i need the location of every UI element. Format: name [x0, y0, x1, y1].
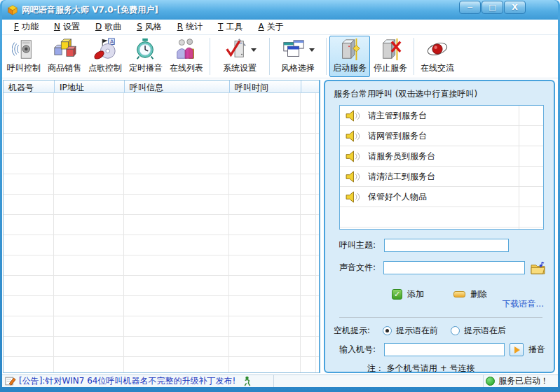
start-service-icon: [338, 38, 362, 62]
song-control-icon: A: [93, 38, 117, 62]
menu-item-songs[interactable]: D歌曲: [88, 20, 129, 34]
dropdown-caret-icon: [251, 48, 257, 52]
speaker-icon: [346, 191, 360, 203]
toolbar-separator: [414, 38, 414, 75]
maximize-button[interactable]: □: [482, 1, 503, 14]
grid-line: [123, 93, 124, 372]
announcement-section[interactable]: [公告]:针对WIN7 64位呼叫机器名不完整的升级补丁发布!: [2, 375, 274, 387]
timed-broadcast-icon: [134, 38, 158, 62]
add-button[interactable]: ✓ 添加: [392, 288, 424, 300]
menu-bar: F功能 N设置 D歌曲 S风格 R统计 T工具 A关于: [2, 20, 558, 35]
product-sales-icon: [53, 38, 76, 62]
machine-number-label: 输入机号:: [339, 344, 384, 356]
service-status-text: 服务已启动！: [498, 375, 549, 387]
call-topic-label: 呼叫主题:: [339, 239, 384, 251]
toolbar-button-song-control[interactable]: A 点歌控制: [85, 36, 125, 77]
style-select-icon: [282, 38, 306, 62]
toolbar-button-system-settings[interactable]: 系统设置: [213, 36, 266, 77]
column-header-ip-address[interactable]: IP地址: [54, 80, 124, 92]
close-button[interactable]: X: [504, 1, 526, 14]
quick-call-empty-row: [340, 207, 543, 227]
radio-selected-icon: [383, 326, 392, 335]
toolbar-button-style-select[interactable]: 风格选择: [273, 36, 323, 77]
toolbar-button-product-sales[interactable]: 商品销售: [44, 36, 85, 77]
quick-call-item[interactable]: 请服务员到服务台: [340, 146, 543, 167]
speaker-icon: [346, 110, 360, 122]
radio-prompt-after[interactable]: 提示语在后: [451, 325, 506, 337]
radio-prompt-before[interactable]: 提示语在前: [383, 325, 438, 337]
grid-line: [315, 93, 316, 372]
quick-call-item[interactable]: 请主管到服务台: [340, 106, 543, 126]
toolbar-separator: [326, 38, 327, 75]
menu-item-statistics[interactable]: R统计: [170, 20, 210, 34]
call-table-body[interactable]: [4, 93, 319, 372]
toolbar-button-start-service[interactable]: 启动服务: [329, 36, 370, 77]
menu-item-style[interactable]: S风格: [129, 20, 170, 34]
sound-file-input[interactable]: [383, 261, 525, 274]
toolbar-button-online-list[interactable]: 在线列表: [166, 36, 207, 77]
download-voice-link[interactable]: 下载语音...: [503, 298, 544, 310]
quick-call-list[interactable]: 请主管到服务台 请网管到服务台 请服务员到服务台 请清洁工到服务台: [339, 105, 544, 230]
quick-call-empty-row: [340, 227, 543, 230]
panel-title: 服务台常用呼叫 (双击选中行直接呼叫): [334, 88, 545, 100]
menu-item-about[interactable]: A关于: [250, 20, 291, 34]
walking-person-icon: [243, 376, 252, 386]
service-running-dot-icon: [486, 377, 495, 386]
menu-item-function[interactable]: F功能: [6, 20, 46, 34]
machine-number-input[interactable]: [384, 343, 505, 356]
quick-call-item[interactable]: 请清洁工到服务台: [340, 167, 543, 187]
app-window: 网吧语音服务大师 V7.0-[免费用户] ─ □ X F功能 N设置 D歌曲 S…: [0, 0, 560, 392]
toolbar-button-timed-broadcast[interactable]: 定时播音: [125, 36, 166, 77]
sound-file-label: 声音文件:: [339, 262, 383, 274]
status-bar: [公告]:针对WIN7 64位呼叫机器名不完整的升级补丁发布! 服务已启动！: [2, 374, 558, 387]
play-triangle-icon: [514, 346, 520, 354]
column-header-call-info[interactable]: 呼叫信息: [124, 80, 229, 92]
announcement-text[interactable]: [公告]:针对WIN7 64位呼叫机器名不完整的升级补丁发布!: [19, 375, 235, 387]
toolbar-button-call-control[interactable]: 呼叫控制: [4, 36, 44, 77]
call-control-icon: [12, 38, 36, 62]
toolbar-button-online-chat[interactable]: 在线交流: [417, 36, 458, 77]
call-topic-input[interactable]: [384, 239, 509, 252]
svg-text:A: A: [110, 38, 114, 45]
grid-line: [53, 93, 54, 372]
add-check-icon: ✓: [392, 289, 402, 300]
delete-button[interactable]: 删除: [453, 288, 487, 300]
menu-item-tools[interactable]: T工具: [210, 20, 250, 34]
service-status-section: 服务已启动！: [484, 375, 558, 387]
speaker-icon: [346, 130, 360, 142]
idle-prompt-label: 空机提示:: [334, 325, 380, 337]
title-bar: 网吧语音服务大师 V7.0-[免费用户] ─ □ X: [2, 0, 558, 20]
column-header-machine-no[interactable]: 机器号: [4, 80, 54, 92]
machine-number-note: 注： 多个机号请用 + 号连接: [334, 363, 545, 373]
app-body: F功能 N设置 D歌曲 S风格 R统计 T工具 A关于 呼叫控制: [2, 20, 558, 387]
stop-service-icon: [378, 38, 402, 62]
radio-unselected-icon: [451, 326, 460, 335]
call-table[interactable]: 机器号 IP地址 呼叫信息 呼叫时间: [3, 80, 320, 373]
quick-call-item[interactable]: 保管好个人物品: [340, 187, 543, 207]
column-header-spacer: [301, 80, 319, 92]
online-chat-icon: [425, 38, 449, 62]
play-label: 播音: [528, 344, 545, 356]
folder-music-icon: [531, 261, 545, 274]
toolbar-button-stop-service[interactable]: 停止服务: [370, 36, 411, 77]
status-spacer: [274, 375, 484, 387]
toolbar-separator: [210, 38, 210, 75]
dropdown-caret-icon: [309, 48, 315, 52]
main-area: 机器号 IP地址 呼叫信息 呼叫时间 服务台常用呼叫 (双击选中行直接呼叫): [2, 78, 558, 374]
list-column-line: [519, 106, 519, 229]
toolbar: 呼叫控制 商品销售: [2, 35, 558, 78]
online-list-icon: [175, 38, 198, 62]
menu-item-settings[interactable]: N设置: [46, 20, 88, 34]
quick-call-item[interactable]: 请网管到服务台: [340, 126, 543, 146]
delete-bar-icon: [453, 291, 465, 298]
panel-divider: [339, 317, 542, 318]
column-header-call-time[interactable]: 呼叫时间: [229, 80, 301, 92]
play-button[interactable]: [510, 343, 524, 356]
minimize-button[interactable]: ─: [459, 1, 481, 14]
speaker-icon: [346, 150, 360, 162]
browse-sound-file-button[interactable]: [530, 260, 545, 274]
announcement-note-icon: [5, 376, 16, 386]
grid-line: [228, 93, 229, 372]
speaker-icon: [346, 171, 360, 183]
toolbar-separator: [269, 38, 270, 75]
